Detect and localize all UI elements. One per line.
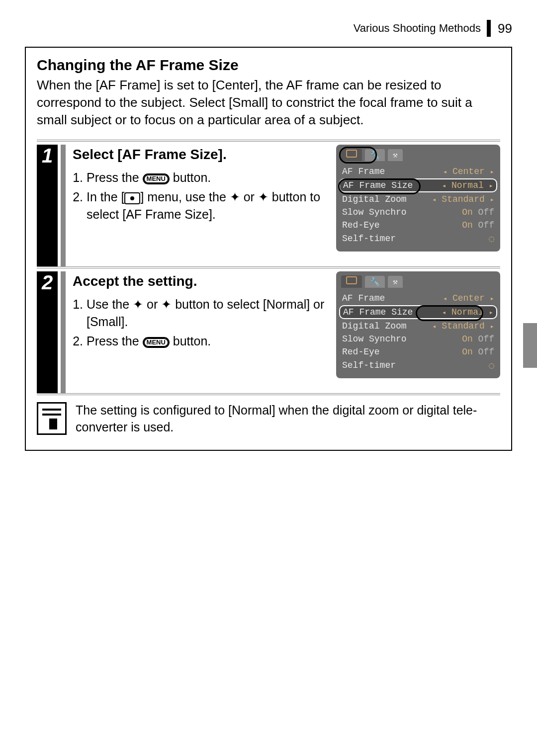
lcd-row-highlighted: AF Frame Size◂ Normal ▸ bbox=[339, 178, 497, 192]
intro-paragraph: When the [AF Frame] is set to [Center], … bbox=[37, 77, 500, 129]
header-separator bbox=[487, 20, 491, 37]
lcd-row: Digital Zoom◂ Standard ▸ bbox=[341, 320, 495, 333]
step-1: 1 Select [AF Frame Size]. Press the MENU… bbox=[37, 140, 500, 266]
step-accent-bar bbox=[61, 271, 66, 393]
step-number: 1 bbox=[37, 145, 58, 266]
note-text: The setting is configured to [Normal] wh… bbox=[76, 402, 500, 436]
camera-tab-icon bbox=[341, 275, 362, 288]
left-arrow-icon: ✦ bbox=[133, 297, 143, 311]
menu-button-icon: MENU bbox=[143, 173, 170, 184]
setup-tab-icon: ⚒ bbox=[388, 149, 403, 161]
record-tab-icon bbox=[124, 192, 140, 204]
menu-button-icon: MENU bbox=[143, 337, 170, 348]
setup-tab-icon: ⚒ bbox=[388, 276, 403, 288]
camera-tab-icon bbox=[341, 149, 362, 161]
page-header: Various Shooting Methods 99 bbox=[25, 20, 512, 37]
substep: Press the MENU button. bbox=[87, 333, 328, 350]
lcd-row: Slow SynchroOn Off bbox=[341, 333, 495, 345]
lcd-row-highlighted: AF Frame Size◂ Normal ▸ bbox=[339, 305, 497, 319]
lcd-tabs: 🔧 ⚒ bbox=[341, 149, 495, 161]
lcd-row: Slow SynchroOn Off bbox=[341, 206, 495, 219]
step-substeps: Use the ✦ or ✦ button to select [Normal]… bbox=[73, 296, 328, 350]
lcd-row: Self-timer◌ bbox=[341, 232, 495, 246]
content-box: Changing the AF Frame Size When the [AF … bbox=[25, 47, 512, 451]
step-accent-bar bbox=[61, 145, 66, 266]
up-arrow-icon: ✦ bbox=[230, 190, 240, 204]
substep: In the [] menu, use the ✦ or ✦ button to… bbox=[87, 188, 328, 223]
lcd-tabs: 🔧 ⚒ bbox=[341, 275, 495, 288]
lcd-row: AF Frame◂ Center ▸ bbox=[341, 165, 495, 178]
step-substeps: Press the MENU button. In the [] menu, u… bbox=[73, 169, 328, 223]
page-number: 99 bbox=[498, 21, 512, 36]
lcd-row: AF Frame◂ Center ▸ bbox=[341, 292, 495, 305]
step-number: 2 bbox=[37, 271, 58, 393]
substep: Use the ✦ or ✦ button to select [Normal]… bbox=[87, 296, 328, 331]
lcd-row: Digital Zoom◂ Standard ▸ bbox=[341, 193, 495, 206]
down-arrow-icon: ✦ bbox=[258, 190, 268, 204]
substep: Press the MENU button. bbox=[87, 169, 328, 186]
tools-tab-icon: 🔧 bbox=[365, 149, 385, 161]
note-icon bbox=[37, 402, 67, 435]
note-block: The setting is configured to [Normal] wh… bbox=[37, 393, 500, 436]
step-2: 2 Accept the setting. Use the ✦ or ✦ but… bbox=[37, 266, 500, 393]
lcd-row: Red-EyeOn Off bbox=[341, 219, 495, 232]
lcd-row: Red-EyeOn Off bbox=[341, 345, 495, 358]
page-side-tab bbox=[523, 323, 537, 368]
section-title: Changing the AF Frame Size bbox=[37, 57, 500, 74]
tools-tab-icon: 🔧 bbox=[365, 276, 385, 288]
lcd-row: Self-timer◌ bbox=[341, 358, 495, 372]
step-title: Accept the setting. bbox=[73, 271, 328, 291]
camera-lcd-step2: 🔧 ⚒ AF Frame◂ Center ▸ AF Frame Size◂ No… bbox=[336, 271, 500, 378]
section-name: Various Shooting Methods bbox=[354, 22, 481, 35]
step-title: Select [AF Frame Size]. bbox=[73, 145, 328, 164]
camera-lcd-step1: 🔧 ⚒ AF Frame◂ Center ▸ AF Frame Size◂ No… bbox=[336, 145, 500, 252]
right-arrow-icon: ✦ bbox=[161, 297, 172, 311]
